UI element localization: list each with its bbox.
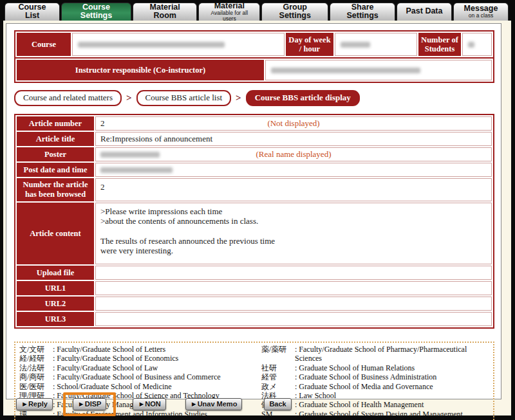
upload-file-label: Upload file xyxy=(17,266,94,280)
article-table: Article number 2 (Not displayed) Article… xyxy=(14,114,494,329)
legend-item: SM: Graduate School of System Design and… xyxy=(261,410,489,419)
tab-label: Course Settings xyxy=(70,3,123,20)
legend-item: 社研: Graduate School of Human Relations xyxy=(261,363,489,372)
article-content-value: >Please write impressions each time >abo… xyxy=(95,203,492,264)
breadcrumb: Course and related matters > Course BBS … xyxy=(14,90,494,106)
page-background: Course List Course Settings Material Roo… xyxy=(3,2,511,415)
legend-item: 政メ: Graduate School of Media and Governa… xyxy=(261,382,489,391)
url3-label: URL3 xyxy=(17,312,94,326)
tab-label: Material xyxy=(214,2,245,10)
instructor-value xyxy=(265,60,492,80)
tab-past-data[interactable]: Past Data xyxy=(397,3,452,21)
table-row-browsed-count: Number the article has been browsed 2 xyxy=(17,178,492,201)
tab-label: Past Data xyxy=(406,7,443,15)
tab-material-room[interactable]: Material Room xyxy=(133,3,198,21)
bottom-button-bar: ►Reply ►DISP ►NON ►Unav Memo Back xyxy=(10,392,292,415)
tab-label: Material Room xyxy=(141,3,189,20)
article-content-text: >Please write impressions each time >abo… xyxy=(100,206,275,256)
tab-course-settings[interactable]: Course Settings xyxy=(61,3,131,21)
tab-bar: Course List Course Settings Material Roo… xyxy=(3,2,511,21)
tab-message[interactable]: Message on a class xyxy=(453,3,509,21)
redacted-instructor-name xyxy=(271,68,420,73)
day-of-week-label: Day of week / hour xyxy=(286,33,333,56)
tab-label: Course List xyxy=(13,3,52,20)
post-date-label: Post date and time xyxy=(17,163,94,177)
url1-value xyxy=(95,281,492,295)
legend-right-column: 薬/薬研: Faculty/Graduate School of Pharmac… xyxy=(261,345,489,420)
article-title-value: Re:Impressions of announcement xyxy=(95,132,492,146)
post-date-value xyxy=(95,163,492,177)
students-label: Number of Students xyxy=(418,33,461,56)
table-row-article-content: Article content >Please write impression… xyxy=(17,203,492,264)
legend-item: 文/文研: Faculty/Graduate School of Letters xyxy=(19,345,259,354)
chevron-separator-icon: > xyxy=(236,93,241,104)
reply-button[interactable]: ►Reply xyxy=(16,398,53,410)
article-number-value: 2 (Not displayed) xyxy=(95,116,492,131)
tab-group-settings[interactable]: Group Settings xyxy=(261,3,328,21)
legend-item: 薬/薬研: Faculty/Graduate School of Pharmac… xyxy=(261,345,489,363)
url3-value xyxy=(95,312,492,326)
url2-value xyxy=(95,297,492,311)
legend-item: 経/経研: Faculty/Graduate School of Economi… xyxy=(19,354,259,363)
upload-file-value xyxy=(95,266,492,280)
students-value xyxy=(462,33,492,56)
url1-label: URL1 xyxy=(17,281,94,295)
browsed-count-label: Number the article has been browsed xyxy=(17,178,94,201)
day-of-week-value xyxy=(335,33,417,56)
tab-share-settings[interactable]: Share Settings xyxy=(330,3,395,21)
tab-sublabel: Available for all users xyxy=(207,10,252,22)
table-row-url1: URL1 xyxy=(17,281,492,295)
article-title-text: Re:Impressions of announcement xyxy=(100,134,212,143)
chevron-separator-icon: > xyxy=(126,93,132,104)
tab-course-list[interactable]: Course List xyxy=(5,3,60,21)
legend-item: 法科: Law School xyxy=(261,391,489,400)
breadcrumb-bbs-article-list[interactable]: Course BBS article list xyxy=(136,90,232,106)
instructor-label: Instructor responsible (Co-instructor) xyxy=(17,60,264,80)
tab-material[interactable]: Material Available for all users xyxy=(198,3,260,21)
browsed-count-value: 2 xyxy=(95,178,492,201)
table-row-url2: URL2 xyxy=(17,297,492,311)
legend-item: 健マ: Graduate School of Health Management xyxy=(261,400,489,409)
redacted-post-date xyxy=(100,167,173,173)
table-row-upload-file: Upload file xyxy=(17,266,492,280)
non-button[interactable]: ►NON xyxy=(133,398,165,410)
not-displayed-annotation: (Not displayed) xyxy=(96,118,491,128)
redacted-poster-name xyxy=(100,152,160,158)
table-row-post-date: Post date and time xyxy=(17,163,492,177)
table-row-url3: URL3 xyxy=(17,312,492,326)
poster-value: (Real name displayed) xyxy=(95,147,492,161)
course-label: Course xyxy=(17,33,71,56)
course-value xyxy=(72,33,285,56)
browsed-count-text: 2 xyxy=(100,182,105,192)
redacted-day-hour xyxy=(341,42,370,48)
main-content: Course Day of week / hour Number of Stud… xyxy=(6,23,501,399)
disp-button[interactable]: ►DISP xyxy=(73,398,107,410)
article-title-label: Article title xyxy=(17,132,94,146)
highlight-box: ►DISP xyxy=(63,392,117,416)
legend-item: 法/法研: Faculty/Graduate School of Law xyxy=(19,363,259,372)
table-row-article-title: Article title Re:Impressions of announce… xyxy=(17,132,492,146)
back-button[interactable]: Back xyxy=(264,398,291,410)
table-row-article-number: Article number 2 (Not displayed) xyxy=(17,116,492,131)
breadcrumb-bbs-article-display: Course BBS article display xyxy=(246,90,360,106)
url2-label: URL2 xyxy=(17,297,94,311)
legend-item: 経管: Graduate School of Business Administ… xyxy=(261,372,489,381)
article-number-text: 2 xyxy=(100,118,105,128)
table-row-poster: Poster (Real name displayed) xyxy=(17,147,492,161)
legend-item: 商/商研: Faculty/Graduate School of Busines… xyxy=(19,372,259,381)
tab-label: Group Settings xyxy=(270,3,320,20)
article-number-label: Article number xyxy=(17,116,94,131)
redacted-student-count xyxy=(468,42,474,48)
redacted-course-name xyxy=(78,42,225,48)
poster-label: Poster xyxy=(17,147,94,161)
legend-item: 医/医研: School/Graduate School of Medicine xyxy=(19,382,259,391)
unav-memo-button[interactable]: ►Unav Memo xyxy=(185,398,243,410)
breadcrumb-course-matters[interactable]: Course and related matters xyxy=(14,90,122,106)
tab-sublabel: on a class xyxy=(469,13,493,19)
course-info-table: Course Day of week / hour Number of Stud… xyxy=(14,30,494,83)
tab-label: Share Settings xyxy=(338,3,387,20)
article-content-label: Article content xyxy=(17,203,94,264)
